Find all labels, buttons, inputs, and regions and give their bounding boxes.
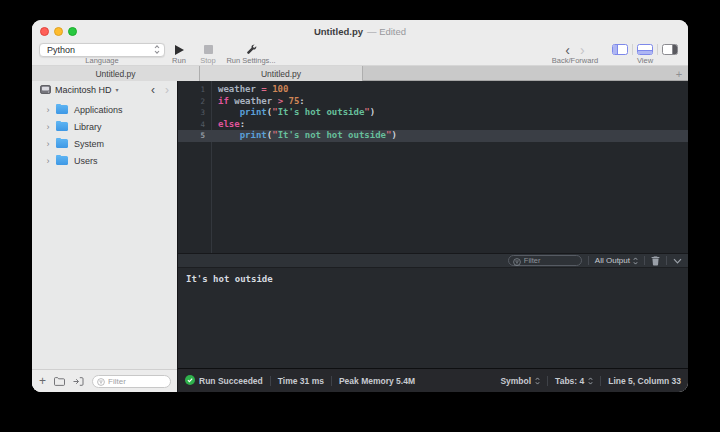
code-text: else:: [205, 119, 245, 131]
title-bar[interactable]: Untitled.py — Edited: [32, 20, 688, 42]
sidebar-forward-button[interactable]: ›: [162, 85, 172, 95]
funnel-circle-icon: [97, 372, 105, 390]
run-button[interactable]: Run: [166, 42, 192, 66]
code-line[interactable]: 2if weather > 75:: [178, 96, 688, 108]
console-toolbar: All Output: [178, 253, 688, 268]
tab-width-label: Tabs: 4: [555, 376, 584, 386]
sidebar-filter-field[interactable]: [92, 375, 171, 388]
line-number: 2: [178, 96, 205, 108]
code-line[interactable]: 1weather = 100: [178, 84, 688, 96]
code-line[interactable]: 3 print("It's hot outside"): [178, 107, 688, 119]
close-window-icon[interactable]: [40, 27, 49, 36]
code-line[interactable]: 4else:: [178, 119, 688, 131]
funnel-circle-icon: [513, 252, 521, 270]
plus-icon: +: [676, 68, 682, 80]
stop-button[interactable]: Stop: [195, 42, 221, 66]
run-settings-button[interactable]: Run Settings...: [220, 42, 282, 66]
reveal-file-icon[interactable]: [73, 372, 84, 390]
check-circle-icon: [185, 375, 195, 387]
new-tab-button[interactable]: +: [672, 66, 686, 81]
play-triangle-icon: [175, 45, 184, 55]
tab-label: Untitled.py: [95, 69, 135, 79]
console-filter-field[interactable]: [508, 255, 582, 266]
tab-untitled-1[interactable]: Untitled.py: [32, 66, 200, 81]
up-down-chevrons-icon: [154, 44, 160, 55]
output-mode-select[interactable]: All Output: [595, 256, 638, 266]
run-status: Run Succeeded: [185, 375, 263, 387]
output-mode-value: All Output: [595, 256, 630, 265]
app-window: Untitled.py — Edited Python Language: [32, 20, 688, 392]
tab-bar: Untitled.py Untitled.py +: [32, 66, 688, 81]
run-settings-label: Run Settings...: [226, 57, 275, 65]
stop-label: Stop: [200, 57, 215, 65]
run-label: Run: [172, 57, 186, 65]
sidebar-filter-input[interactable]: [108, 377, 166, 386]
code-lines: 1weather = 1002if weather > 75:3 print("…: [178, 81, 688, 142]
line-number: 1: [178, 84, 205, 96]
code-text: print("It's not hot outside"): [205, 130, 397, 142]
sidebar-footer: +: [32, 369, 177, 392]
file-tree: ›Applications›Library›System›Users: [32, 98, 177, 169]
new-folder-icon[interactable]: [54, 372, 65, 390]
tab-width-select[interactable]: Tabs: 4: [555, 376, 593, 386]
edited-indicator: — Edited: [367, 26, 406, 37]
folder-name: Users: [74, 156, 98, 166]
folder-icon: [56, 156, 68, 165]
zoom-window-icon[interactable]: [68, 27, 77, 36]
language-group: Python Language: [39, 42, 165, 66]
location-name: Macintosh HD: [55, 85, 112, 95]
minimize-window-icon[interactable]: [54, 27, 63, 36]
toggle-inspector-panel-icon[interactable]: [662, 44, 678, 55]
console-output[interactable]: It's hot outside: [178, 268, 688, 368]
sidebar-back-button[interactable]: ‹: [148, 85, 158, 95]
back-button[interactable]: ‹: [560, 44, 575, 56]
symbol-label: Symbol: [500, 376, 531, 386]
language-select[interactable]: Python: [39, 43, 165, 57]
chevron-down-icon: ▾: [116, 86, 119, 93]
sidebar-item-applications[interactable]: ›Applications: [32, 101, 177, 118]
view-group: View: [609, 42, 681, 66]
code-line[interactable]: 5 print("It's not hot outside"): [178, 130, 688, 142]
disclosure-chevron-icon[interactable]: ›: [42, 156, 54, 166]
disclosure-chevron-icon[interactable]: ›: [42, 139, 54, 149]
console-filter-input[interactable]: [524, 256, 577, 265]
sidebar-location-header[interactable]: Macintosh HD ▾ ‹ ›: [32, 81, 177, 98]
forward-button[interactable]: ›: [575, 44, 590, 56]
new-file-button[interactable]: +: [39, 376, 46, 386]
code-text: if weather > 75:: [205, 96, 305, 108]
code-text: weather = 100: [205, 84, 288, 96]
stop-square-icon: [204, 45, 213, 54]
window-title: Untitled.py — Edited: [314, 26, 406, 37]
disclosure-chevron-icon[interactable]: ›: [42, 122, 54, 132]
tab-untitled-2[interactable]: Untitled.py: [200, 66, 363, 81]
folder-icon: [56, 105, 68, 114]
line-number: 5: [178, 130, 205, 142]
toggle-sidebar-panel-icon[interactable]: [612, 44, 628, 55]
sidebar-item-library[interactable]: ›Library: [32, 118, 177, 135]
folder-name: Library: [74, 122, 102, 132]
line-number: 4: [178, 119, 205, 131]
time-stat: Time 31 ms: [278, 376, 324, 386]
symbol-select[interactable]: Symbol: [500, 376, 540, 386]
document-title: Untitled.py: [314, 26, 363, 37]
trash-icon[interactable]: [651, 256, 660, 266]
code-text: print("It's hot outside"): [205, 107, 375, 119]
folder-name: System: [74, 139, 104, 149]
memory-stat: Peak Memory 5.4M: [339, 376, 415, 386]
toggle-console-panel-icon[interactable]: [637, 44, 653, 55]
code-editor[interactable]: 1weather = 1002if weather > 75:3 print("…: [178, 81, 688, 253]
folder-icon: [56, 122, 68, 131]
language-label: Language: [85, 57, 118, 65]
hard-drive-icon: [40, 85, 51, 94]
status-bar: Run Succeeded Time 31 ms Peak Memory 5.4…: [178, 368, 688, 392]
disclosure-chevron-icon[interactable]: ›: [42, 105, 54, 115]
console-output-text: It's hot outside: [186, 274, 273, 284]
collapse-console-chevron-down-icon[interactable]: [673, 258, 682, 264]
sidebar-item-users[interactable]: ›Users: [32, 152, 177, 169]
folder-icon: [56, 139, 68, 148]
view-label: View: [637, 57, 653, 65]
up-down-chevrons-icon: [535, 376, 540, 386]
sidebar-item-system[interactable]: ›System: [32, 135, 177, 152]
up-down-chevrons-icon: [633, 256, 638, 266]
up-down-chevrons-icon: [588, 376, 593, 386]
